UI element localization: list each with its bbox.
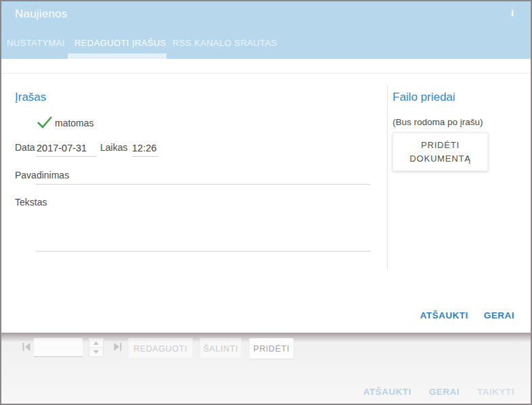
modal-backdrop: REDAGUOTI ŠALINTI PRIDĖTI ATŠAUKTI GERAI… bbox=[1, 333, 531, 404]
section-divider bbox=[387, 85, 388, 269]
ok-button[interactable]: GERAI bbox=[484, 310, 514, 320]
background-cancel-button[interactable]: ATŠAUKTI bbox=[363, 387, 411, 397]
skip-to-start-icon bbox=[21, 341, 32, 352]
page-stepper[interactable] bbox=[89, 338, 104, 357]
background-action-bar: ATŠAUKTI GERAI TAIKYTI bbox=[363, 387, 514, 397]
chevron-up-icon bbox=[93, 341, 99, 345]
date-label: Data bbox=[15, 142, 35, 153]
add-document-button-line2: DOKUMENTĄ bbox=[409, 153, 470, 164]
dialog-action-bar: ATŠAUKTI GERAI bbox=[420, 310, 514, 320]
attachments-section-title: Failo priedai bbox=[393, 91, 456, 104]
naujienos-dialog-window: Naujienos i NUSTATYMAI REDAGUOTI ĮRAŠUS … bbox=[0, 0, 532, 405]
last-page-button[interactable] bbox=[112, 341, 123, 352]
background-apply-button[interactable]: TAIKYTI bbox=[477, 387, 514, 397]
tab-redaguoti-irasus[interactable]: REDAGUOTI ĮRAŠUS bbox=[74, 38, 167, 48]
add-document-button-line1: PRIDĖTI bbox=[421, 140, 460, 151]
entry-section-title: Įrašas bbox=[15, 91, 46, 104]
text-input[interactable] bbox=[36, 195, 370, 252]
date-input[interactable] bbox=[37, 139, 97, 157]
info-icon[interactable]: i bbox=[508, 7, 517, 19]
visible-checkbox-label: matomas bbox=[55, 118, 94, 128]
check-icon bbox=[37, 116, 53, 129]
dialog-header: Naujienos i NUSTATYMAI REDAGUOTI ĮRAŠUS … bbox=[1, 1, 531, 59]
time-label: Laikas bbox=[100, 142, 127, 153]
first-page-button[interactable] bbox=[21, 341, 32, 352]
dialog-body: Įrašas matomas Data Laikas Pavadinimas T… bbox=[1, 59, 531, 333]
stepper-up[interactable] bbox=[89, 339, 103, 348]
time-input[interactable] bbox=[132, 139, 158, 157]
skip-to-end-icon bbox=[112, 341, 123, 352]
prideti-button[interactable]: PRIDĖTI bbox=[249, 338, 294, 359]
page-title: Naujienos bbox=[15, 7, 67, 21]
header-divider bbox=[1, 73, 531, 74]
tab-rss-kanalo-srautas[interactable]: RSS KANALO SRAUTAS bbox=[173, 38, 277, 48]
chevron-down-icon bbox=[93, 350, 99, 354]
background-ok-button[interactable]: GERAI bbox=[429, 387, 460, 397]
attachments-note: (Bus rodoma po įrašu) bbox=[393, 117, 483, 127]
add-document-button[interactable]: PRIDĖTI DOKUMENTĄ bbox=[393, 133, 488, 171]
stepper-down[interactable] bbox=[89, 348, 103, 357]
page-number-input[interactable] bbox=[34, 338, 83, 357]
title-input[interactable] bbox=[36, 168, 370, 185]
salinti-button[interactable]: ŠALINTI bbox=[200, 338, 242, 359]
redaguoti-button[interactable]: REDAGUOTI bbox=[128, 338, 193, 359]
tab-nustatymai[interactable]: NUSTATYMAI bbox=[7, 38, 65, 48]
cancel-button[interactable]: ATŠAUKTI bbox=[420, 310, 468, 320]
visible-checkbox[interactable] bbox=[37, 116, 53, 129]
active-tab-underline bbox=[68, 53, 167, 59]
